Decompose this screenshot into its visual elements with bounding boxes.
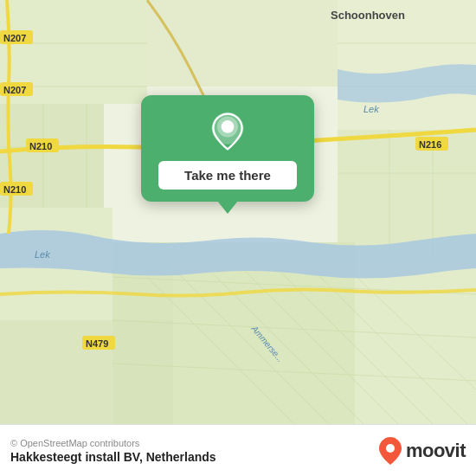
map-container: Lek Lek N210 N210 N207 N207 N210 N216 N4… — [0, 0, 476, 424]
bottom-bar: © OpenStreetMap contributors Hakkesteegt… — [0, 424, 476, 476]
take-me-there-button[interactable]: Take me there — [158, 161, 297, 190]
svg-text:N210: N210 — [3, 184, 26, 195]
svg-text:N216: N216 — [419, 139, 441, 150]
moovit-logo: moovit — [378, 436, 466, 466]
moovit-text: moovit — [406, 440, 466, 462]
svg-text:N479: N479 — [86, 338, 108, 349]
svg-text:N207: N207 — [3, 85, 26, 95]
svg-rect-9 — [173, 260, 476, 424]
map-svg: Lek Lek N210 N210 N207 N207 N210 N216 N4… — [0, 0, 476, 424]
bottom-left: © OpenStreetMap contributors Hakkesteegt… — [10, 438, 216, 464]
location-name: Hakkesteegt install BV, Netherlands — [10, 450, 216, 464]
copyright-text: © OpenStreetMap contributors — [10, 438, 216, 448]
svg-point-50 — [222, 120, 235, 133]
svg-text:Lek: Lek — [363, 104, 379, 114]
popup-card[interactable]: Take me there — [141, 95, 314, 202]
svg-text:Lek: Lek — [35, 249, 50, 260]
svg-text:N210: N210 — [29, 141, 52, 151]
location-pin-icon — [207, 111, 248, 152]
svg-text:Schoonhoven: Schoonhoven — [331, 9, 405, 22]
svg-point-51 — [386, 444, 395, 453]
svg-text:N207: N207 — [3, 33, 26, 43]
moovit-pin-icon — [378, 436, 402, 466]
